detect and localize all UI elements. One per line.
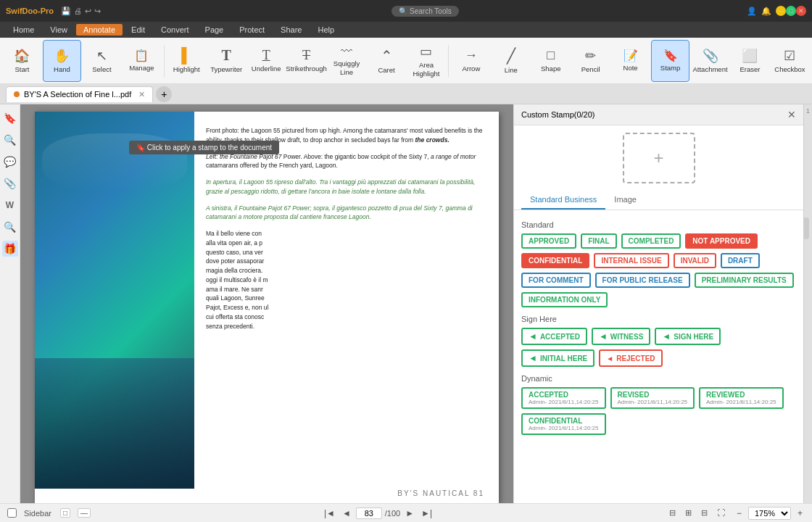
stamp-not-approved[interactable]: NOT APPROVED xyxy=(685,233,758,249)
win-profile-icon[interactable]: 👤 xyxy=(747,7,757,16)
win-minimize[interactable]: — xyxy=(776,6,786,16)
tool-underline[interactable]: T Underline xyxy=(247,40,286,82)
stamp-sign-here[interactable]: ◄SIGN HERE xyxy=(655,328,721,345)
tool-attachment[interactable]: 📎 Attachment xyxy=(691,40,729,82)
menu-view[interactable]: View xyxy=(43,24,75,36)
stamp-panel-close[interactable]: ✕ xyxy=(787,109,796,120)
title-print-icon[interactable]: 🖨 xyxy=(74,7,82,15)
tab-standard-business[interactable]: Standard Business xyxy=(521,191,605,210)
new-tab-button[interactable]: + xyxy=(156,86,172,102)
para3: In apertura, il Lagoon 55 ripreso dall'a… xyxy=(206,178,487,196)
tab-image[interactable]: Image xyxy=(605,191,645,210)
stamp-for-public-release[interactable]: FOR PUBLIC RELEASE xyxy=(595,273,690,288)
sidebar-icon-word[interactable]: W xyxy=(2,197,18,213)
underline-icon: T xyxy=(262,48,270,63)
zoom-select[interactable]: 175% 150% 125% 100% xyxy=(748,507,791,520)
tool-strikethrough[interactable]: T Strikethrough xyxy=(287,40,326,82)
dynamic-reviewed-title: REVIEWED xyxy=(706,391,776,399)
stamp-final[interactable]: FINAL xyxy=(581,233,616,249)
tool-pencil[interactable]: ✏ Pencil xyxy=(571,40,610,82)
doc-tab[interactable]: BY'S A Selection of Fine l...pdf ✕ xyxy=(6,86,153,102)
tool-start[interactable]: 🏠 Start xyxy=(3,40,41,82)
stamp-draft[interactable]: DRAFT xyxy=(721,253,760,268)
standard-section-label: Standard xyxy=(521,220,796,229)
menu-protect[interactable]: Protect xyxy=(232,24,272,36)
stamp-rejected[interactable]: ◄REJECTED xyxy=(599,349,662,367)
stamp-initial-here[interactable]: ◄INITIAL HERE xyxy=(521,349,594,367)
tool-hand[interactable]: ✋ Hand xyxy=(43,40,81,82)
stamp-accepted[interactable]: ◄ACCEPTED xyxy=(521,328,587,345)
menu-help[interactable]: Help xyxy=(310,24,341,36)
win-bell-icon[interactable]: 🔔 xyxy=(761,7,771,16)
stamp-add-custom[interactable]: + xyxy=(623,133,695,183)
stamp-internal-issue[interactable]: INTERNAL ISSUE xyxy=(594,253,668,268)
sidebar-icon-bookmark[interactable]: 🔖 xyxy=(2,110,18,126)
dynamic-accepted[interactable]: ACCEPTED Admin- 2021/8/11,14:20:25 xyxy=(521,387,606,409)
title-save-icon[interactable]: 💾 xyxy=(61,7,71,16)
dynamic-revised[interactable]: REVISED Admin- 2021/8/11,14:20:25 xyxy=(610,387,695,409)
tool-line[interactable]: ╱ Line xyxy=(492,40,530,82)
tool-shape[interactable]: □ Shape xyxy=(531,40,570,82)
menu-home[interactable]: Home xyxy=(6,24,41,36)
tool-squiggly[interactable]: 〰 Squiggly Line xyxy=(328,40,366,82)
zoom-in-btn[interactable]: + xyxy=(795,508,805,518)
tool-select[interactable]: ↖ Select xyxy=(83,40,121,82)
tab-filename: BY'S A Selection of Fine l...pdf xyxy=(24,90,131,99)
sidebar-icon-zoom[interactable]: 🔍 xyxy=(2,219,18,235)
sidebar-icon-search[interactable]: 🔍 xyxy=(2,132,18,148)
menu-convert[interactable]: Convert xyxy=(154,24,196,36)
scroll-thumb[interactable] xyxy=(803,218,809,239)
search-tools-input[interactable]: 🔍 Search Tools xyxy=(392,6,458,17)
stamp-preliminary-results[interactable]: PRELIMINARY RESULTS xyxy=(695,273,794,288)
view-double-btn[interactable]: ⊞ xyxy=(682,507,695,519)
tool-area-highlight[interactable]: ▭ Area Highlight xyxy=(407,40,445,82)
stamp-confidential[interactable]: CONFIDENTIAL xyxy=(521,253,589,268)
sidebar-icon-attachments[interactable]: 📎 xyxy=(2,175,18,191)
tool-eraser[interactable]: ⬜ Eraser xyxy=(731,40,769,82)
stamp-information-only[interactable]: INFORMATION ONLY xyxy=(521,292,608,307)
menu-share[interactable]: Share xyxy=(273,24,309,36)
title-undo-icon[interactable]: ↩ xyxy=(85,7,91,16)
page-number-input[interactable] xyxy=(356,508,382,519)
view-single-btn[interactable]: ⊟ xyxy=(666,507,679,519)
tool-caret[interactable]: ⌃ Caret xyxy=(368,40,406,82)
menu-edit[interactable]: Edit xyxy=(124,24,152,36)
menu-page[interactable]: Page xyxy=(198,24,231,36)
win-maximize[interactable]: □ xyxy=(786,6,796,16)
panel-scrollbar[interactable]: 1 xyxy=(803,104,812,503)
sidebar-collapse-btn[interactable]: — xyxy=(78,508,91,518)
view-scroll-btn[interactable]: ⊟ xyxy=(697,507,711,519)
tool-stamp[interactable]: 🔖 Stamp xyxy=(651,40,689,82)
image-overlay xyxy=(35,358,194,489)
tool-checkbox[interactable]: ☑ Checkbox xyxy=(771,40,809,82)
view-fullscreen-btn[interactable]: ⛶ xyxy=(713,507,729,519)
tool-highlight[interactable]: ▌ Highlight xyxy=(167,40,206,82)
zoom-out-btn[interactable]: − xyxy=(734,508,744,518)
next-page-btn[interactable]: ► xyxy=(403,508,416,518)
win-close[interactable]: ✕ xyxy=(796,6,806,16)
dynamic-confidential[interactable]: CONFIDENTIAL Admin- 2021/8/11,14:20:25 xyxy=(521,413,606,435)
witness-arrow: ◄ xyxy=(599,331,608,341)
tool-note[interactable]: 📝 Note xyxy=(611,40,650,82)
sidebar-icon-gift[interactable]: 🎁 xyxy=(2,241,18,257)
stamp-for-comment[interactable]: FOR COMMENT xyxy=(521,273,591,288)
tab-close-icon[interactable]: ✕ xyxy=(138,90,145,99)
sidebar-toggle-checkbox[interactable] xyxy=(7,508,17,518)
tool-manage[interactable]: 📋 Manage xyxy=(123,40,161,82)
prev-page-btn[interactable]: ◄ xyxy=(340,508,353,518)
sidebar-expand-btn[interactable]: □ xyxy=(60,508,70,518)
sidebar-icon-comments[interactable]: 💬 xyxy=(2,154,18,170)
stamp-approved[interactable]: APPROVED xyxy=(521,233,576,249)
stamp-completed[interactable]: COMPLETED xyxy=(621,233,682,249)
tab-modified-dot xyxy=(14,91,20,97)
stamp-invalid[interactable]: INVALID xyxy=(674,253,716,268)
page-total: /100 xyxy=(385,509,400,518)
first-page-btn[interactable]: |◄ xyxy=(322,508,337,518)
last-page-btn[interactable]: ►| xyxy=(419,508,434,518)
menu-annotate[interactable]: Annotate xyxy=(76,24,123,36)
tool-arrow[interactable]: → Arrow xyxy=(452,40,490,82)
title-redo-icon[interactable]: ↪ xyxy=(94,7,101,16)
dynamic-reviewed[interactable]: REVIEWED Admin- 2021/8/11,14:20:25 xyxy=(699,387,784,409)
tool-typewriter[interactable]: T Typewriter xyxy=(207,40,246,82)
stamp-witness[interactable]: ◄WITNESS xyxy=(592,328,650,345)
